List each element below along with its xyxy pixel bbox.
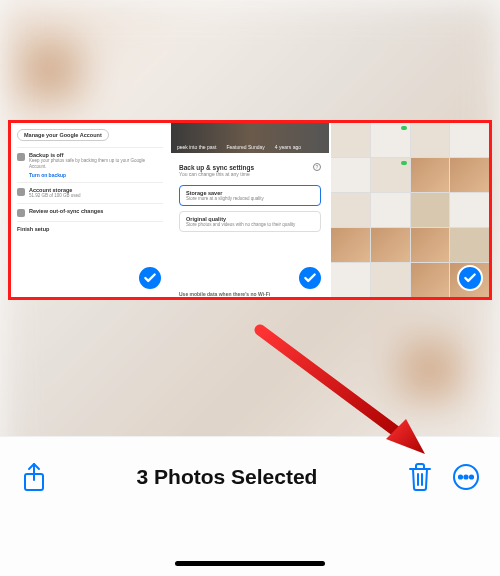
sync-sub: You can change this at any time bbox=[179, 171, 321, 177]
storage-sub: 51.92 GB of 100 GB used bbox=[29, 193, 163, 199]
manage-account-button: Manage your Google Account bbox=[17, 129, 109, 141]
trash-icon bbox=[407, 462, 433, 492]
photo-thumb-2[interactable]: peek into the past Featured Sunday 4 yea… bbox=[171, 123, 329, 297]
svg-point-6 bbox=[464, 475, 467, 478]
sync-icon bbox=[17, 209, 25, 217]
sync-header: peek into the past Featured Sunday 4 yea… bbox=[171, 123, 329, 153]
photo-thumb-3[interactable] bbox=[331, 123, 489, 297]
ellipsis-circle-icon bbox=[452, 463, 480, 491]
selection-check-icon bbox=[297, 265, 323, 291]
selection-check-icon bbox=[457, 265, 483, 291]
share-icon bbox=[21, 462, 47, 492]
home-indicator[interactable] bbox=[175, 561, 325, 566]
svg-point-7 bbox=[470, 475, 473, 478]
share-button[interactable] bbox=[18, 461, 50, 493]
more-button[interactable] bbox=[450, 461, 482, 493]
turn-on-backup-link: Turn on backup bbox=[29, 172, 163, 178]
help-icon: ? bbox=[313, 163, 321, 171]
cloud-icon bbox=[17, 188, 25, 196]
backup-sub: Keep your photos safe by backing them up… bbox=[29, 158, 163, 170]
original-quality-option: Original quality Store photos and videos… bbox=[179, 211, 321, 232]
cloud-off-icon bbox=[17, 153, 25, 161]
finish-setup: Finish setup bbox=[17, 226, 163, 232]
storage-saver-option: Storage saver Store more at a slightly r… bbox=[179, 185, 321, 206]
selected-photos-row: Manage your Google Account Backup is off… bbox=[8, 120, 492, 300]
sync-footer: Use mobile data when there's no Wi-Fi bbox=[171, 291, 329, 297]
memories-tag-1: peek into the past bbox=[177, 144, 216, 150]
sync-title: Back up & sync settings bbox=[179, 164, 254, 171]
review-changes: Review out-of-sync changes bbox=[29, 208, 163, 214]
selection-check-icon bbox=[137, 265, 163, 291]
memories-tag-3: 4 years ago bbox=[275, 144, 301, 150]
selection-count-label: 3 Photos Selected bbox=[62, 465, 392, 489]
delete-button[interactable] bbox=[404, 461, 436, 493]
svg-point-5 bbox=[459, 475, 462, 478]
photo-thumb-1[interactable]: Manage your Google Account Backup is off… bbox=[11, 123, 169, 297]
memories-tag-2: Featured Sunday bbox=[226, 144, 264, 150]
selection-toolbar: 3 Photos Selected bbox=[0, 437, 500, 505]
bottom-toolbar-area: 3 Photos Selected bbox=[0, 436, 500, 576]
